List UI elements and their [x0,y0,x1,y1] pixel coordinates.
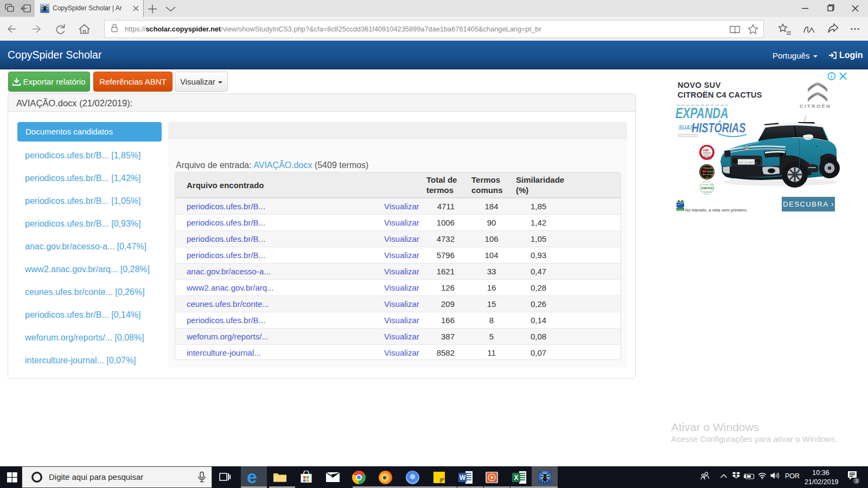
svg-text:car: car [703,148,709,152]
svg-text:3: 3 [855,478,858,484]
svg-text:2019: 2019 [704,155,710,158]
svg-text:SUV C4 CACTUS: SUV C4 CACTUS [739,161,758,164]
svg-text:W: W [459,474,466,481]
svg-text:melhor carro: melhor carro [703,184,714,186]
svg-text:Carros: Carros [707,170,714,173]
svg-text:brasileiro: brasileiro [704,191,711,193]
svg-text:contran: contran [677,209,684,211]
svg-text:Prêmio: Prêmio [704,166,712,170]
svg-text:Ano do Agent: Ano do Agent [703,173,715,176]
svg-text:X: X [514,474,519,481]
svg-text:19: 19 [706,176,709,178]
svg-text:AMERICAR: AMERICAR [701,187,714,190]
